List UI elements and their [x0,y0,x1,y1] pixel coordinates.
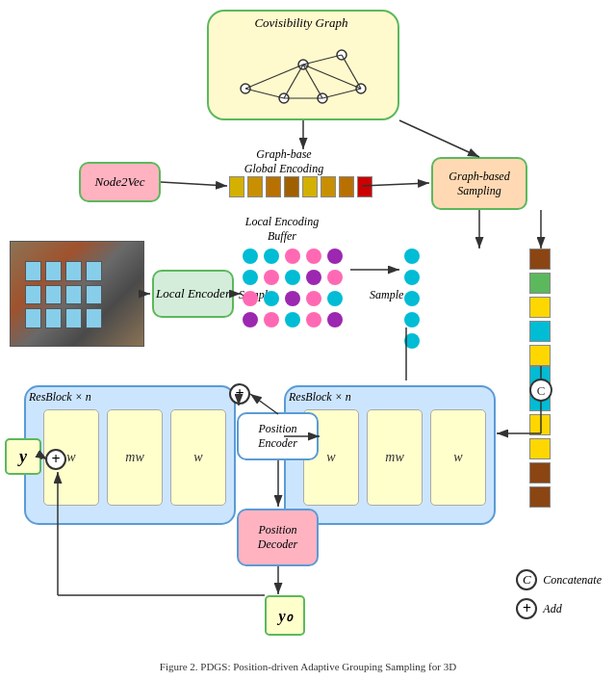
dot-13 [306,291,321,306]
position-encoder-box: Position Encoder [237,412,319,460]
dot-15 [243,312,258,327]
graph-sampling-label: Graph-based Sampling [433,170,526,198]
local-encoding-label: Local EncodingBuffer [219,215,345,244]
dot-8 [306,270,321,285]
concat-block-5 [529,486,551,508]
dot-3 [306,248,321,264]
window [86,308,102,328]
enc-block-4 [284,176,299,197]
dot-12 [285,291,300,306]
window [25,261,41,281]
y-label: y [19,447,27,467]
inner-block-w2-left: w [170,409,226,506]
enc-block-7 [339,176,354,197]
right-block-3 [529,321,551,342]
window [45,285,62,305]
concatenate-icon: C [516,569,537,590]
svg-line-14 [303,65,322,98]
svg-line-13 [322,89,361,98]
covisibility-graph-svg [226,36,380,113]
dot-6 [264,270,279,285]
add-label: Add [543,602,561,616]
svg-line-10 [303,55,342,65]
enc-block-1 [229,176,244,197]
inner-blocks-right: w mw w [303,409,486,506]
window [65,261,82,281]
dot-16 [264,312,279,327]
enc-block-6 [321,176,336,197]
window [65,285,82,305]
concatenate-label: Concatenate [543,573,602,588]
inner-block-mw-right: mw [367,409,423,506]
y0-box: y₀ [265,595,305,636]
concat-block-4 [529,462,551,484]
y0-label: y₀ [278,607,291,625]
resblock-left-label: ResBlock × n [29,390,91,405]
caption-text: Figure 2. PDGS: Position-driven Adaptive… [160,661,456,672]
y-output-box: y [5,438,41,475]
building-image [11,242,143,346]
enc-block-2 [247,176,263,197]
dot-9 [327,270,343,285]
inner-blocks-left: w mw w [43,409,226,506]
dot-17 [285,312,300,327]
svg-line-33 [250,394,278,414]
position-decoder-box: Position Decoder [237,509,319,566]
single-dot-1 [404,270,420,285]
window [25,308,41,328]
window [45,308,62,328]
local-encoder-box: Local Encoder [152,270,234,318]
single-dot-0 [404,248,420,264]
svg-line-19 [161,182,227,186]
enc-block-3 [266,176,281,197]
dot-11 [264,291,279,306]
position-decoder-label: Position Decoder [239,523,317,552]
window [25,285,41,305]
concat-blocks [529,366,551,508]
right-block-0 [529,248,551,270]
single-dot-2 [404,291,420,306]
dot-5 [243,270,258,285]
svg-line-18 [399,120,479,157]
local-encoder-label: Local Encoder [156,286,230,301]
dot-19 [327,312,343,327]
plus-circle-top: + [229,383,250,405]
right-block-2 [529,297,551,318]
image-area [10,241,144,347]
dot-1 [264,248,279,264]
single-dots [404,248,420,349]
encoding-blocks [229,176,372,197]
single-dot-3 [404,312,420,327]
building-windows [25,261,102,328]
concat-block-0 [529,366,551,387]
svg-line-6 [245,89,284,98]
resblock-right-label: ResBlock × n [289,390,351,405]
dot-0 [243,248,258,264]
inner-block-mw-left: mw [107,409,163,506]
single-dot-4 [404,333,420,349]
window [45,261,62,281]
covisibility-label: Covisibility Graph [239,15,364,31]
node2vec-box: Node2Vec [79,162,161,202]
diagram: Covisibility Graph Node2Vec Graph-baseGl… [0,0,616,680]
dot-2 [285,248,300,264]
position-encoder-label: Position Encoder [239,422,317,451]
concat-block-1 [529,390,551,411]
concat-block-2 [529,414,551,435]
window [86,285,102,305]
window [65,308,82,328]
svg-line-12 [342,55,361,89]
legend-concatenate: C Concatenate [516,569,602,590]
dot-grid [243,248,346,331]
graph-sampling-box: Graph-based Sampling [431,157,527,210]
svg-line-11 [303,65,361,89]
concat-block-3 [529,438,551,459]
sample-right-label: Sample [370,288,403,302]
caption: Figure 2. PDGS: Position-driven Adaptive… [10,661,606,672]
window [86,261,102,281]
dot-4 [327,248,343,264]
legend: C Concatenate + Add [516,569,602,627]
plus-circle-y: + [45,449,66,470]
legend-add: + Add [516,598,602,619]
svg-line-7 [245,65,303,89]
